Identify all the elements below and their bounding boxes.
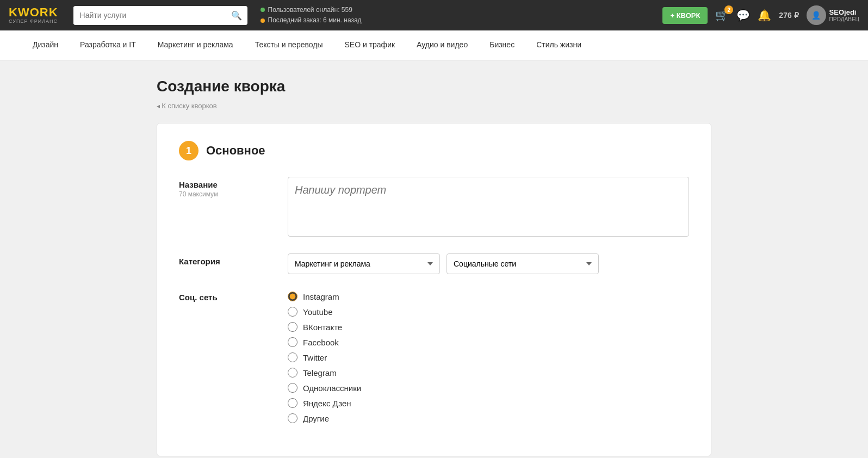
radio-telegram-label: Telegram [303,368,337,377]
social-row: Соц. сеть Instagram Youtube ВКонтакте [179,289,689,423]
category-row: Категория Маркетинг и реклама Дизайн Раз… [179,253,689,274]
nav-item[interactable]: Бизнес [479,30,525,60]
social-label-col: Соц. сеть [179,289,266,302]
radio-facebook[interactable]: Facebook [288,337,689,347]
radio-drugie-input[interactable] [288,413,297,423]
selects-row: Маркетинг и реклама Дизайн Разработка и … [288,253,689,274]
radio-vkontakte-label: ВКонтакте [303,323,342,332]
topbar: KWORK СУПЕР ФРИЛАНС 🔍 Пользователей онла… [0,0,868,30]
avatar: 👤 [807,5,826,25]
social-label: Соц. сеть [179,293,266,302]
category-select[interactable]: Маркетинг и реклама Дизайн Разработка и … [288,253,440,274]
radio-telegram-input[interactable] [288,368,297,377]
logo[interactable]: KWORK СУПЕР ФРИЛАНС [9,6,58,24]
title-label-sub: 70 максимум [179,190,266,198]
username: SEOjedi [829,8,859,16]
user-avatar-area[interactable]: 👤 SEOjedi ПРОДАВЕЦ [807,5,859,25]
radio-youtube-input[interactable] [288,307,297,317]
status-area: Пользователей онлайн: 559 Последний зака… [256,5,654,26]
nav-item[interactable]: Аудио и видео [406,30,479,60]
search-input[interactable] [73,7,226,24]
user-role: ПРОДАВЕЦ [829,16,859,22]
category-label: Категория [179,257,266,266]
form-card: 1 Основное Название 70 максимум Категори… [157,123,711,456]
user-info: SEOjedi ПРОДАВЕЦ [829,8,859,22]
nav-item[interactable]: Разработка и IT [69,30,147,60]
social-control-col: Instagram Youtube ВКонтакте Facebook [288,289,689,423]
radio-odnoklassniki-input[interactable] [288,383,297,393]
radio-drugie-label: Другие [303,414,329,423]
search-bar: 🔍 [73,6,247,25]
radio-instagram-input[interactable] [288,292,297,301]
category-label-col: Категория [179,253,266,266]
section-header: 1 Основное [179,141,689,160]
status-online-text: Пользователей онлайн: 559 [268,5,352,15]
add-kwork-button[interactable]: + КВОРК [662,7,708,24]
radio-twitter-input[interactable] [288,352,297,362]
radio-youtube[interactable]: Youtube [288,307,689,317]
radio-twitter-label: Twitter [303,353,327,362]
order-dot [261,18,265,23]
radio-facebook-label: Facebook [303,338,339,347]
radio-drugie[interactable]: Другие [288,413,689,423]
nav-item[interactable]: Стиль жизни [525,30,592,60]
step-badge: 1 [179,141,199,160]
radio-instagram[interactable]: Instagram [288,292,689,301]
chat-icon-btn[interactable]: 💬 [736,9,750,22]
status-online-line: Пользователей онлайн: 559 [261,5,654,15]
nav-item[interactable]: Дизайн [22,30,69,60]
logo-text: KWORK [9,6,58,19]
navbar: ДизайнРазработка и ITМаркетинг и реклама… [0,30,868,60]
title-label-col: Название 70 максимум [179,177,266,198]
status-order-text: Последний заказ: 6 мин. назад [268,15,362,26]
cart-icon-btn[interactable]: 🛒 2 [715,9,729,22]
title-row: Название 70 максимум [179,177,689,238]
online-dot [261,8,265,12]
radio-instagram-label: Instagram [303,292,339,301]
category-control-col: Маркетинг и реклама Дизайн Разработка и … [288,253,689,274]
radio-yandex-dzen[interactable]: Яндекс Дзен [288,398,689,408]
radio-vkontakte[interactable]: ВКонтакте [288,322,689,332]
radio-facebook-input[interactable] [288,337,297,347]
page-title: Создание кворка [157,78,711,95]
radio-youtube-label: Youtube [303,307,333,317]
radio-yandex-dzen-label: Яндекс Дзен [303,399,351,408]
nav-item[interactable]: Тексты и переводы [244,30,334,60]
breadcrumb-link[interactable]: К списку кворков [162,102,216,110]
logo-sub: СУПЕР ФРИЛАНС [9,19,58,24]
notification-icon-btn[interactable]: 🔔 [758,9,771,22]
nav-item[interactable]: Маркетинг и реклама [147,30,244,60]
nav-item[interactable]: SEO и трафик [333,30,406,60]
title-control-col [288,177,689,238]
breadcrumb[interactable]: К списку кворков [157,102,711,110]
radio-telegram[interactable]: Telegram [288,368,689,377]
status-order-line: Последний заказ: 6 мин. назад [261,15,654,26]
page-content: Создание кворка К списку кворков 1 Основ… [135,60,733,458]
title-label: Название [179,180,266,189]
cart-badge: 2 [724,5,733,14]
section-title: Основное [206,144,265,158]
social-radio-group: Instagram Youtube ВКонтакте Facebook [288,289,689,423]
radio-vkontakte-input[interactable] [288,322,297,332]
topbar-right: + КВОРК 🛒 2 💬 🔔 276 ₽ 👤 SEOjedi ПРОДАВЕЦ [662,5,859,25]
title-input[interactable] [288,177,689,237]
subcategory-select[interactable]: Социальные сети SEO Реклама [447,253,599,274]
radio-twitter[interactable]: Twitter [288,352,689,362]
balance-text: 276 ₽ [779,11,798,20]
radio-odnoklassniki-label: Одноклассники [303,383,361,393]
search-button[interactable]: 🔍 [226,6,247,25]
radio-yandex-dzen-input[interactable] [288,398,297,408]
radio-odnoklassniki[interactable]: Одноклассники [288,383,689,393]
